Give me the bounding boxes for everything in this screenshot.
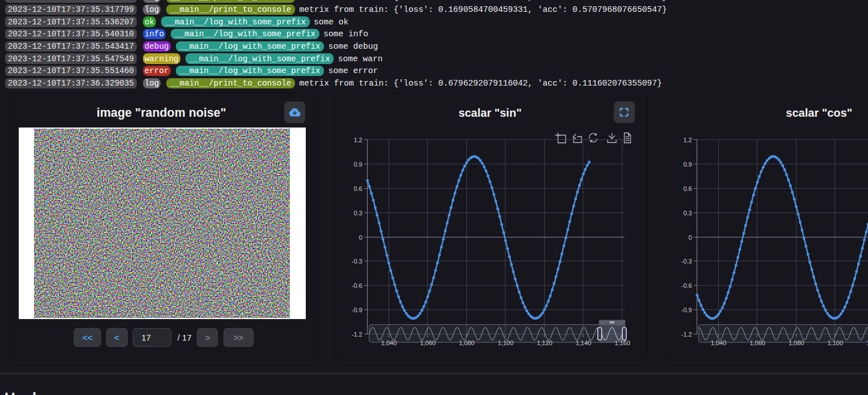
svg-text:0.9: 0.9 — [683, 161, 692, 168]
svg-text:0: 0 — [688, 234, 692, 241]
svg-text:-0.9: -0.9 — [352, 307, 363, 313]
svg-text:-0.6: -0.6 — [681, 282, 692, 289]
svg-text:1.2: 1.2 — [683, 137, 692, 143]
svg-text:-0.3: -0.3 — [352, 258, 363, 265]
svg-text:1.2: 1.2 — [353, 137, 362, 143]
svg-text:0: 0 — [359, 234, 363, 241]
svg-text:-1.2: -1.2 — [352, 331, 363, 338]
svg-text:0.6: 0.6 — [683, 185, 692, 192]
svg-text:0.3: 0.3 — [353, 210, 362, 216]
svg-text:0.9: 0.9 — [353, 161, 362, 168]
svg-text:-1.2: -1.2 — [681, 331, 692, 338]
svg-text:-0.3: -0.3 — [681, 258, 692, 265]
svg-text:-0.6: -0.6 — [352, 282, 363, 289]
svg-text:0.3: 0.3 — [683, 210, 692, 216]
svg-text:0.6: 0.6 — [353, 185, 362, 192]
svg-text:-0.9: -0.9 — [681, 307, 692, 313]
